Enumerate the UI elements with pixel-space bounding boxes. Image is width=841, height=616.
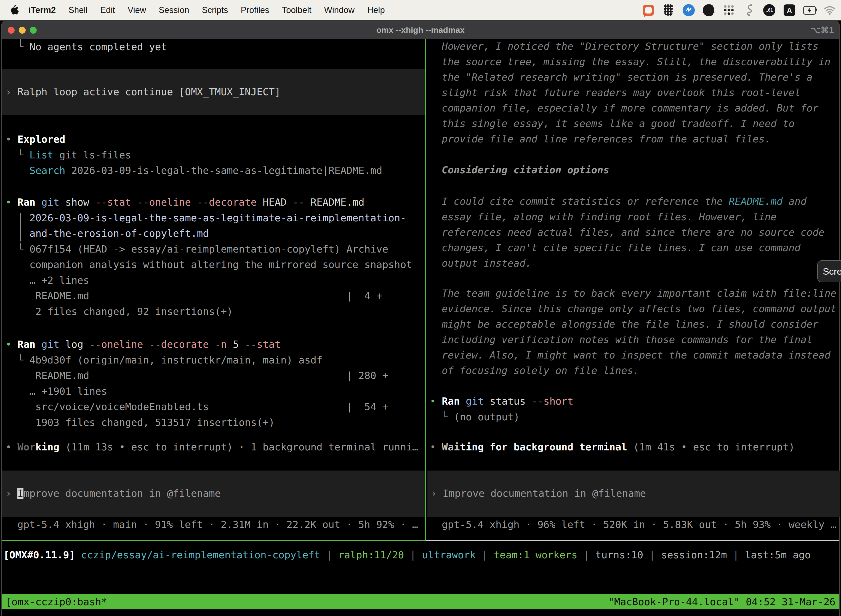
terminal-line: I could cite commit statistics or refere…: [442, 194, 825, 209]
menu-item-window[interactable]: Window: [318, 5, 361, 15]
tree-line: [20, 39, 21, 43]
menu-bar: iTerm2ShellEditViewSessionScriptsProfile…: [0, 0, 841, 21]
terminal-line: companion file, especially if more comme…: [442, 100, 831, 116]
terminal-line: might be acceptable alongside the file l…: [442, 317, 836, 332]
menu-item-shell[interactable]: Shell: [62, 5, 94, 15]
menu-item-toolbelt[interactable]: Toolbelt: [275, 5, 318, 15]
left-explored-block: • Explored └ List git ls-files Search 20…: [6, 132, 382, 179]
a-key-icon[interactable]: A: [783, 4, 796, 16]
terminal-line: └ List git ls-files: [6, 147, 382, 163]
terminal-line: › Ralph loop active continue [OMX_TMUX_I…: [6, 84, 281, 100]
terminal-line: slight risk that future readers may over…: [442, 85, 831, 100]
tmux-session-label: [omx-cczip0:bash*: [6, 596, 107, 607]
screenshot-icon[interactable]: [642, 4, 655, 16]
terminal-line: Considering citation options: [442, 162, 609, 178]
left-pane-bottom-border: [1, 540, 425, 541]
left-working-status: • Working (11m 13s • esc to interrupt) ·…: [6, 439, 418, 455]
left-prompt-input[interactable]: › Improve documentation in @filename: [2, 471, 426, 517]
terminal-line: … +1901 lines: [6, 384, 388, 399]
menubar-status-icons: ..61 A: [642, 4, 836, 16]
right-git-status-block: • Ran git status --short └ (no output): [430, 393, 573, 425]
tmux-status-bar: [omx-cczip0:bash* "MacBook-Pro-44.local"…: [1, 594, 840, 609]
terminal-line: • Waiting for background terminal (1m 41…: [430, 439, 795, 455]
terminal-line: • Explored: [6, 132, 382, 147]
squiggle-icon[interactable]: [743, 4, 756, 16]
badge-61-icon[interactable]: ..61: [763, 4, 776, 16]
wifi-icon[interactable]: [823, 4, 836, 16]
left-git-show-block: • Ran git show --stat --oneline --decora…: [6, 195, 412, 319]
sync-bolt-icon[interactable]: [682, 4, 695, 16]
terminal-line: review. Also, I might want to inspect th…: [442, 348, 836, 363]
terminal-line: • Ran git status --short: [430, 393, 573, 409]
terminal-line: this single essay, it seems like a good …: [442, 116, 831, 131]
terminal-line: [OMX#0.11.9] cczip/essay/ai-reimplementa…: [3, 547, 811, 563]
terminal-line: └ (no output): [430, 409, 573, 425]
menu-item-session[interactable]: Session: [152, 5, 195, 15]
tmux-host-clock: "MacBook-Pro-44.local" 04:52 31-Mar-26: [608, 596, 835, 607]
right-thinking-para3: The team guideline is to back every impo…: [442, 286, 836, 378]
terminal-line: › Improve documentation in @filename: [431, 486, 646, 502]
right-thinking-heading: Considering citation options: [442, 162, 609, 178]
menu-item-edit[interactable]: Edit: [94, 5, 121, 15]
terminal-line: • Working (11m 13s • esc to interrupt) ·…: [6, 439, 418, 455]
terminal-line: README.md | 4 +: [6, 288, 412, 304]
terminal-line: essay file, along with finding root file…: [442, 209, 825, 224]
right-waiting-status: • Waiting for background terminal (1m 41…: [430, 439, 795, 455]
omx-statusline: [OMX#0.11.9] cczip/essay/ai-reimplementa…: [3, 547, 811, 563]
terminal-line: README.md | 280 +: [6, 368, 388, 384]
terminal-line: evidence. Since this change only affects…: [442, 301, 836, 317]
terminal-line: └ 067f154 (HEAD -> essay/ai-reimplementa…: [6, 242, 412, 257]
battery-charging-icon[interactable]: [803, 4, 816, 16]
terminal-line: … +2 lines: [6, 273, 412, 288]
window-shortcut-hint: ⌥⌘1: [811, 25, 834, 35]
right-prompt-input[interactable]: › Improve documentation in @filename: [428, 471, 840, 517]
menu-item-help[interactable]: Help: [361, 5, 391, 15]
terminal-line: However, I noticed the "Directory Struct…: [442, 39, 831, 54]
pane-divider[interactable]: [425, 39, 426, 541]
menu-items: iTerm2ShellEditViewSessionScriptsProfile…: [22, 5, 391, 15]
menu-item-scripts[interactable]: Scripts: [196, 5, 234, 15]
screen-popup-label: Scre: [823, 266, 841, 277]
terminal-line: output instead.: [442, 255, 825, 271]
terminal-line: changes, I can't cite specific file line…: [442, 240, 825, 255]
left-model-statusline: gpt-5.4 xhigh · main · 91% left · 2.31M …: [18, 517, 418, 532]
dots-grid-icon[interactable]: [722, 4, 736, 16]
terminal-line: the source tree, missing the essay. Stil…: [442, 54, 831, 70]
terminal-line: The team guideline is to back every impo…: [442, 286, 836, 301]
terminal-line: provide file and line references from th…: [442, 131, 831, 147]
terminal-line: 2 files changed, 92 insertions(+): [6, 304, 412, 320]
tree-line: [20, 213, 21, 242]
terminal-line: › Improve documentation in @filename: [6, 486, 221, 502]
menu-item-view[interactable]: View: [122, 5, 152, 15]
screen: iTerm2ShellEditViewSessionScriptsProfile…: [0, 0, 841, 616]
terminal-line: the "Related research writing" section i…: [442, 70, 831, 85]
terminal-content[interactable]: └ No agents completed yet › Ralph loop a…: [1, 39, 840, 616]
left-agents-note: └ No agents completed yet: [6, 39, 167, 55]
window-titlebar[interactable]: omx --xhigh --madmax ⌥⌘1: [1, 21, 840, 39]
menu-item-iterm2[interactable]: iTerm2: [22, 5, 62, 15]
terminal-line: └ No agents completed yet: [6, 39, 167, 55]
terminal-line: references need actual files, and since …: [442, 224, 825, 240]
screen-popup-button[interactable]: Scre: [817, 260, 841, 282]
terminal-line: Search 2026-03-09-is-legal-the-same-as-l…: [6, 163, 382, 179]
terminal-line: 1903 files changed, 513517 insertions(+): [6, 415, 388, 431]
right-thinking-para1: However, I noticed the "Directory Struct…: [442, 39, 831, 147]
menu-item-profiles[interactable]: Profiles: [234, 5, 275, 15]
window-title: omx --xhigh --madmax: [1, 25, 840, 35]
terminal-line: gpt-5.4 xhigh · 96% left · 520K in · 5.8…: [442, 517, 836, 532]
terminal-line: gpt-5.4 xhigh · main · 91% left · 2.31M …: [18, 517, 418, 532]
right-prompt-line: › Improve documentation in @filename: [431, 486, 646, 502]
right-thinking-para2: I could cite commit statistics or refere…: [442, 194, 825, 271]
left-inject-line: › Ralph loop active continue [OMX_TMUX_I…: [6, 84, 281, 100]
terminal-line: of focusing solely on file lines.: [442, 363, 836, 378]
pie-crescent-icon[interactable]: [702, 4, 715, 16]
terminal-line: companion analysis without altering the …: [6, 257, 412, 273]
right-pane-bottom-border: [426, 540, 840, 541]
left-inject-box[interactable]: › Ralph loop active continue [OMX_TMUX_I…: [2, 69, 426, 115]
terminal-window: omx --xhigh --madmax ⌥⌘1 └ No agents com…: [1, 21, 840, 616]
apple-menu-icon[interactable]: [9, 5, 19, 16]
terminal-line: 2026-03-09-is-legal-the-same-as-legitima…: [6, 210, 412, 226]
shield-grid-icon[interactable]: [662, 4, 675, 16]
right-model-statusline: gpt-5.4 xhigh · 96% left · 520K in · 5.8…: [442, 517, 836, 532]
terminal-line: src/voice/voiceModeEnabled.ts | 54 +: [6, 399, 388, 415]
